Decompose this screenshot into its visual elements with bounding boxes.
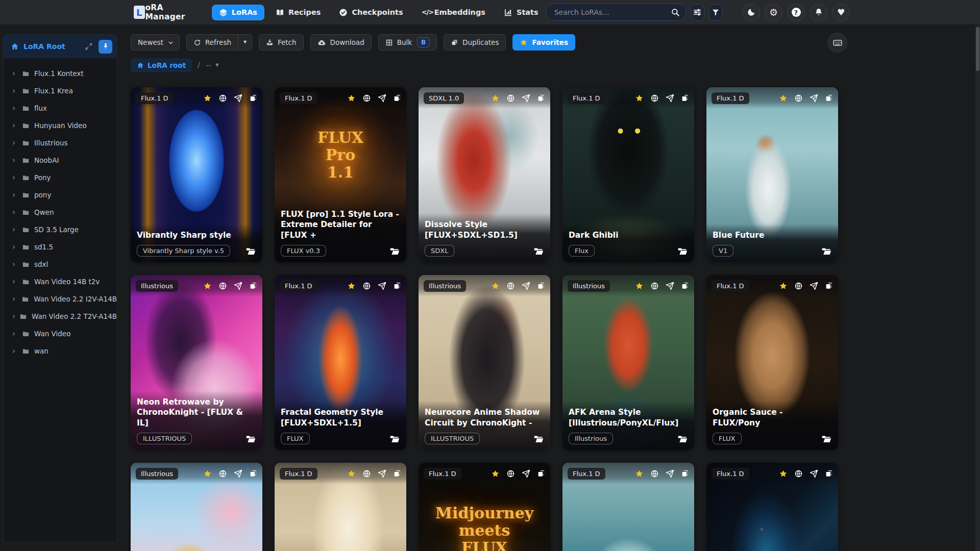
- chevron-right-icon[interactable]: ›: [12, 122, 20, 130]
- lora-card[interactable]: Midjourney meets FLUX Flux.1 D: [419, 463, 550, 551]
- globe-icon[interactable]: [650, 282, 659, 290]
- help-button[interactable]: ?: [787, 4, 805, 21]
- pin-sidebar-button[interactable]: [99, 40, 112, 54]
- folder-item[interactable]: › Pony: [4, 169, 117, 186]
- copy-icon[interactable]: [825, 94, 833, 102]
- sort-select[interactable]: Newest: [131, 34, 180, 51]
- favorite-star-icon[interactable]: [635, 469, 644, 478]
- globe-icon[interactable]: [650, 94, 659, 103]
- keyboard-shortcuts-button[interactable]: [827, 33, 847, 53]
- globe-icon[interactable]: [362, 469, 371, 478]
- globe-icon[interactable]: [794, 469, 803, 478]
- folder-item[interactable]: › Qwen: [4, 204, 117, 221]
- favorite-star-icon[interactable]: [203, 94, 212, 103]
- globe-icon[interactable]: [506, 94, 515, 103]
- favorite-star-icon[interactable]: [203, 469, 212, 478]
- send-icon[interactable]: [378, 469, 386, 478]
- breadcrumb-root[interactable]: LoRA root: [131, 58, 192, 72]
- open-folder-icon[interactable]: [677, 434, 688, 444]
- send-icon[interactable]: [522, 94, 530, 103]
- lora-card[interactable]: Flux.1 D Organic Sau: [706, 275, 838, 450]
- chevron-right-icon[interactable]: ›: [12, 209, 20, 216]
- send-icon[interactable]: [810, 282, 818, 290]
- folder-item[interactable]: › sd1.5: [4, 238, 117, 256]
- open-folder-icon[interactable]: [821, 434, 832, 444]
- favorite-star-icon[interactable]: [635, 282, 644, 290]
- download-button[interactable]: Download: [310, 34, 372, 51]
- send-icon[interactable]: [666, 94, 674, 103]
- send-icon[interactable]: [522, 282, 530, 290]
- folder-item[interactable]: › Flux.1 Kontext: [4, 65, 117, 82]
- favorites-nav-button[interactable]: ♥: [832, 4, 850, 21]
- lora-card[interactable]: Flux.1 D Dark Ghibli: [562, 87, 694, 262]
- folder-item[interactable]: › sdxl: [4, 256, 117, 273]
- scrollbar-thumb[interactable]: [976, 27, 979, 71]
- folder-item[interactable]: › Wan Video: [4, 325, 117, 342]
- copy-icon[interactable]: [537, 282, 545, 290]
- lora-card[interactable]: Illustrious AFK Aren: [562, 275, 694, 450]
- copy-icon[interactable]: [681, 282, 689, 290]
- globe-icon[interactable]: [506, 282, 515, 290]
- search-input[interactable]: [554, 8, 671, 16]
- favorite-star-icon[interactable]: [491, 469, 500, 478]
- globe-icon[interactable]: [506, 469, 515, 478]
- bulk-button[interactable]: Bulk B: [378, 34, 437, 51]
- scrollbar-track[interactable]: [975, 25, 980, 551]
- nav-tab[interactable]: Checkpoints: [332, 5, 410, 20]
- favorite-star-icon[interactable]: [203, 282, 212, 290]
- chevron-right-icon[interactable]: ›: [12, 313, 17, 320]
- lora-card[interactable]: Flux.1 D Fractal Geo: [275, 275, 406, 450]
- folder-item[interactable]: › flux: [4, 99, 117, 117]
- chevron-right-icon[interactable]: ›: [12, 87, 20, 95]
- send-icon[interactable]: [234, 469, 242, 478]
- copy-icon[interactable]: [393, 469, 401, 478]
- folder-item[interactable]: › SD 3.5 Large: [4, 221, 117, 238]
- favorite-star-icon[interactable]: [635, 94, 644, 103]
- send-icon[interactable]: [234, 282, 242, 290]
- send-icon[interactable]: [810, 94, 818, 103]
- copy-icon[interactable]: [681, 94, 689, 102]
- search-icon[interactable]: [671, 8, 680, 17]
- chevron-right-icon[interactable]: ›: [12, 105, 20, 112]
- lora-card[interactable]: Illustrious Neon Ret: [131, 275, 262, 450]
- send-icon[interactable]: [234, 94, 242, 103]
- theme-toggle-button[interactable]: [742, 4, 760, 21]
- open-folder-icon[interactable]: [533, 246, 544, 257]
- copy-icon[interactable]: [537, 469, 545, 478]
- folder-item[interactable]: › Wan Video 2.2 I2V-A14B: [4, 290, 117, 308]
- folder-item[interactable]: › pony: [4, 186, 117, 204]
- favorite-star-icon[interactable]: [491, 94, 500, 103]
- send-icon[interactable]: [378, 94, 386, 103]
- duplicates-button[interactable]: Duplicates: [444, 34, 506, 51]
- favorite-star-icon[interactable]: [491, 282, 500, 290]
- send-icon[interactable]: [810, 469, 818, 478]
- copy-icon[interactable]: [825, 469, 833, 478]
- copy-icon[interactable]: [249, 469, 257, 478]
- lora-card[interactable]: SDXL 1.0 Dissolve St: [419, 87, 550, 262]
- lora-card[interactable]: Flux.1 D: [275, 463, 406, 551]
- globe-icon[interactable]: [362, 282, 371, 290]
- send-icon[interactable]: [666, 469, 674, 478]
- chevron-right-icon[interactable]: ›: [12, 330, 20, 338]
- chevron-right-icon[interactable]: ›: [12, 70, 20, 78]
- filter-sliders-button[interactable]: [691, 4, 705, 21]
- notifications-button[interactable]: [810, 4, 827, 21]
- globe-icon[interactable]: [794, 94, 803, 103]
- folder-item[interactable]: › NoobAI: [4, 152, 117, 169]
- open-folder-icon[interactable]: [533, 434, 544, 444]
- lora-card[interactable]: FLUX Pro 1.1 Flux.1 D: [275, 87, 406, 262]
- filter-funnel-button[interactable]: [708, 4, 723, 21]
- app-logo[interactable]: L oRA Manager: [134, 3, 195, 21]
- favorites-filter-button[interactable]: Favorites: [512, 34, 575, 51]
- open-folder-icon[interactable]: [389, 434, 400, 444]
- favorite-star-icon[interactable]: [347, 94, 356, 103]
- open-folder-icon[interactable]: [677, 246, 688, 257]
- favorite-star-icon[interactable]: [347, 469, 356, 478]
- lora-card[interactable]: Flux.1 D: [706, 463, 838, 551]
- folder-item[interactable]: › Wan Video 2.2 T2V-A14B: [4, 308, 117, 325]
- chevron-right-icon[interactable]: ›: [12, 157, 20, 164]
- chevron-right-icon[interactable]: ›: [12, 243, 20, 251]
- globe-icon[interactable]: [218, 282, 227, 290]
- folder-item[interactable]: › Hunyuan Video: [4, 117, 117, 134]
- lora-card[interactable]: Illustrious: [131, 463, 262, 551]
